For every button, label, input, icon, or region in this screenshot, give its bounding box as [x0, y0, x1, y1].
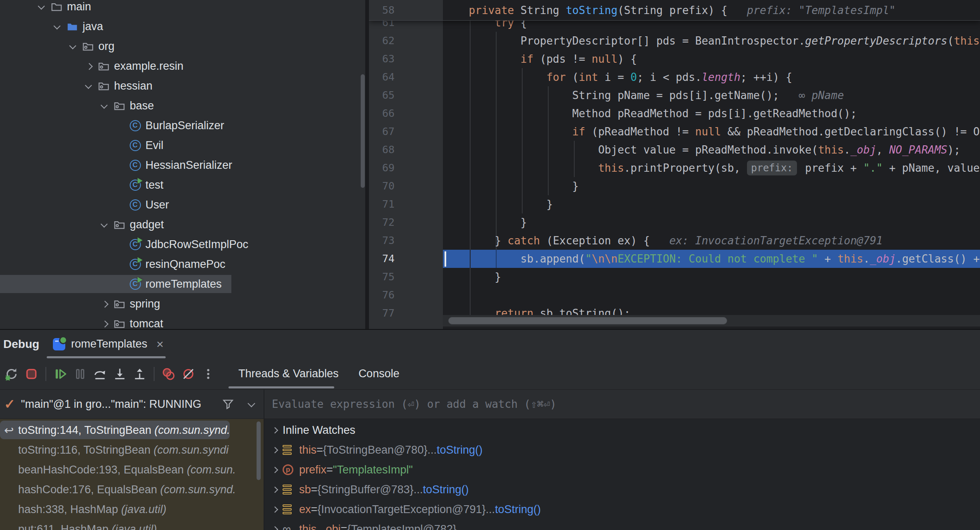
- step-over-button[interactable]: [90, 364, 110, 384]
- line-code[interactable]: if (pReadMethod != null && pReadMethod.g…: [443, 123, 980, 141]
- code-line-74[interactable]: 74 sb.append("\n\nEXCEPTION: Could not c…: [369, 250, 980, 268]
- tree-item-Evil[interactable]: CEvil: [0, 135, 365, 155]
- tree-item-gadget[interactable]: gadget: [0, 215, 365, 234]
- stack-frame-row[interactable]: hash:338, HashMap (java.util): [0, 499, 264, 519]
- stack-frame-row[interactable]: ↩toString:144, ToStringBean (com.sun.syn…: [0, 420, 264, 440]
- chevron-down-icon[interactable]: [50, 17, 66, 36]
- variables-group-inline-watches[interactable]: Inline Watches: [264, 420, 980, 440]
- line-code[interactable]: sb.append("\n\nEXCEPTION: Could not comp…: [443, 250, 980, 268]
- line-number[interactable]: 72: [369, 213, 395, 232]
- step-into-button[interactable]: [110, 364, 130, 384]
- tostring-link[interactable]: toString(): [437, 444, 483, 457]
- line-number[interactable]: 63: [369, 50, 395, 68]
- code-line-67[interactable]: 67 if (pReadMethod != null && pReadMetho…: [369, 123, 980, 141]
- line-code[interactable]: Object value = pReadMethod.invoke(this._…: [443, 141, 960, 159]
- chevron-right-icon[interactable]: [269, 480, 283, 499]
- line-code[interactable]: PropertyDescriptor[] pds = BeanIntrospec…: [443, 32, 980, 50]
- code-line-76[interactable]: 76: [369, 286, 980, 304]
- code-line-71[interactable]: 71 }: [369, 195, 980, 213]
- tree-item-BurlapSerializer[interactable]: CBurlapSerializer: [0, 116, 365, 135]
- chevron-right-icon[interactable]: [269, 440, 283, 460]
- chevron-right-icon[interactable]: [269, 499, 283, 519]
- line-code[interactable]: }: [443, 213, 527, 232]
- line-code[interactable]: Method pReadMethod = pds[i].getReadMetho…: [443, 104, 857, 123]
- chevron-down-icon[interactable]: [66, 36, 81, 56]
- editor-hscrollbar-thumb[interactable]: [448, 317, 727, 324]
- line-number[interactable]: 71: [369, 195, 395, 213]
- tree-item-resinQnamePoc[interactable]: CresinQnamePoc: [0, 254, 365, 274]
- stack-frame-row[interactable]: beanHashCode:193, EqualsBean (com.sun.: [0, 460, 264, 480]
- code-line-72[interactable]: 72 }: [369, 213, 980, 232]
- line-code[interactable]: }: [443, 177, 579, 195]
- editor-hscrollbar-track[interactable]: [443, 315, 980, 327]
- chevron-down-icon[interactable]: [34, 0, 50, 17]
- variable-row-ex[interactable]: ex = {InvocationTargetException@791} ...…: [264, 499, 980, 519]
- tree-item-HessianSerializer[interactable]: CHessianSerializer: [0, 155, 365, 175]
- line-number[interactable]: 76: [369, 286, 395, 304]
- pause-program-button[interactable]: [70, 364, 90, 384]
- chevron-right-icon[interactable]: [269, 519, 283, 530]
- debug-session-tab[interactable]: romeTemplates ×: [53, 330, 164, 358]
- project-tree-scrollbar[interactable]: [361, 74, 365, 188]
- line-code[interactable]: }: [443, 195, 553, 213]
- resume-program-button[interactable]: [50, 364, 70, 384]
- chevron-right-icon[interactable]: [81, 56, 97, 76]
- line-number[interactable]: 68: [369, 141, 395, 159]
- variable-row-sb[interactable]: sb = {StringBuffer@783} ... toString(): [264, 480, 980, 499]
- tree-editor-splitter[interactable]: [365, 0, 369, 329]
- line-number[interactable]: 69: [369, 159, 395, 177]
- thread-selector[interactable]: ✓ "main"@1 in gro..."main": RUNNING: [0, 390, 264, 419]
- chevron-down-icon[interactable]: [245, 398, 258, 410]
- stack-frame-row[interactable]: toString:116, ToStringBean (com.sun.synd…: [0, 440, 264, 460]
- frames-scrollbar[interactable]: [257, 421, 261, 480]
- tree-item-org[interactable]: org: [0, 36, 365, 56]
- line-code[interactable]: for (int i = 0; i < pds.length; ++i) {: [443, 68, 792, 86]
- line-number[interactable]: 70: [369, 177, 395, 195]
- variable-row-prefix[interactable]: pprefix = "TemplatesImpl": [264, 460, 980, 480]
- line-number[interactable]: 75: [369, 268, 395, 286]
- code-line-73[interactable]: 73 } catch (Exception ex) { ex: Invocati…: [369, 232, 980, 250]
- chevron-right-icon[interactable]: [97, 314, 113, 329]
- chevron-right-icon[interactable]: [269, 460, 283, 480]
- stop-button[interactable]: [21, 364, 41, 384]
- line-number[interactable]: 77: [369, 304, 395, 322]
- tab-console[interactable]: Console: [349, 358, 409, 389]
- chevron-down-icon[interactable]: [81, 76, 97, 96]
- line-code[interactable]: String pName = pds[i].getName(); ∞ pName: [443, 86, 844, 104]
- code-line-68[interactable]: 68 Object value = pReadMethod.invoke(thi…: [369, 141, 980, 159]
- code-line-70[interactable]: 70 }: [369, 177, 980, 195]
- line-number[interactable]: 65: [369, 86, 395, 104]
- code-line-75[interactable]: 75 }: [369, 268, 980, 286]
- tree-item-romeTemplates[interactable]: CromeTemplates: [0, 274, 365, 294]
- filter-icon[interactable]: [221, 398, 235, 411]
- line-code[interactable]: } catch (Exception ex) { ex: InvocationT…: [443, 232, 882, 250]
- step-out-button[interactable]: [130, 364, 150, 384]
- line-number[interactable]: 73: [369, 232, 395, 250]
- chevron-down-icon[interactable]: [97, 215, 113, 234]
- tree-item-hessian[interactable]: hessian: [0, 76, 365, 96]
- tree-item-base[interactable]: base: [0, 96, 365, 116]
- code-line-63[interactable]: 63 if (pds != null) {: [369, 50, 980, 68]
- stack-frame-row[interactable]: hashCode:176, EqualsBean (com.sun.synd.: [0, 480, 264, 499]
- code-line-66[interactable]: 66 Method pReadMethod = pds[i].getReadMe…: [369, 104, 980, 123]
- view-breakpoints-button[interactable]: [159, 364, 178, 384]
- tree-item-tomcat[interactable]: tomcat: [0, 314, 365, 329]
- chevron-down-icon[interactable]: [97, 96, 113, 116]
- line-number[interactable]: 66: [369, 104, 395, 123]
- line-code[interactable]: if (pds != null) {: [443, 50, 637, 68]
- tree-item-spring[interactable]: spring: [0, 294, 365, 314]
- evaluate-expression-input[interactable]: Evaluate expression (⏎) or add a watch (…: [264, 390, 980, 419]
- variable-row-this-_obj[interactable]: ∞this._obj = {TemplatesImpl@782}: [264, 519, 980, 530]
- tree-item-test[interactable]: Ctest: [0, 175, 365, 195]
- line-number[interactable]: 74: [369, 250, 395, 268]
- code-line-65[interactable]: 65 String pName = pds[i].getName(); ∞ pN…: [369, 86, 980, 104]
- more-options-button[interactable]: [198, 364, 218, 384]
- stack-frame-row[interactable]: put:611, HashMap (java.util): [0, 519, 264, 530]
- rerun-debug-button[interactable]: [2, 364, 21, 384]
- tree-item-JdbcRowSetImplPoc[interactable]: CJdbcRowSetImplPoc: [0, 234, 365, 254]
- tree-item-example.resin[interactable]: example.resin: [0, 56, 365, 76]
- tree-item-java[interactable]: java: [0, 17, 365, 36]
- sticky-header-line[interactable]: 58 private String toString(String prefix…: [369, 0, 980, 21]
- code-line-62[interactable]: 62 PropertyDescriptor[] pds = BeanIntros…: [369, 32, 980, 50]
- line-code[interactable]: this.printProperty(sb, prefix: prefix + …: [443, 159, 980, 177]
